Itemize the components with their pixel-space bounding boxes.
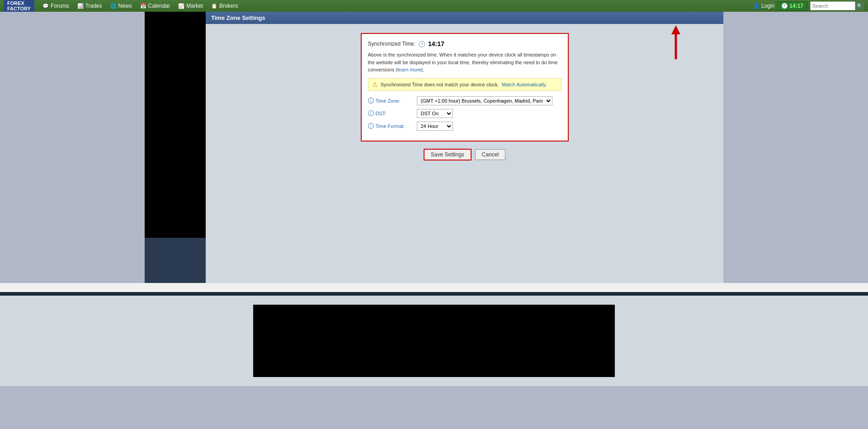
calendar-icon: 📅 [140,3,146,9]
nav-links: 💬 Forums 📊 Trades 🌐 News 📅 Calendar 📈 Ma… [39,0,753,12]
panel-header: Time Zone Settings [206,12,723,24]
sync-clock-icon: 🕐 [418,41,425,47]
panel-body: Synchronized Time: 🕐 14:17 Above is the … [206,24,723,177]
timezone-select[interactable]: (GMT -12:00 hours) International Date Li… [417,96,552,105]
page-title: Time Zone Settings [211,14,265,21]
forums-icon: 💬 [42,3,49,9]
learn-more-link[interactable]: learn more [397,67,421,72]
settings-box: Synchronized Time: 🕐 14:17 Above is the … [361,33,569,141]
bottom-divider [0,283,868,292]
sync-description: Above is the synchronized time. When it … [368,51,561,74]
time-format-row: i Time Format: 12 Hour24 Hour [368,122,561,131]
sidebar-image [145,12,206,238]
nav-trades[interactable]: 📊 Trades [74,0,106,12]
nav-calendar[interactable]: 📅 Calendar [137,0,174,12]
sidebar [145,12,206,283]
time-format-label: i Time Format: [368,123,413,129]
login-icon: 👤 [753,3,760,9]
save-settings-button[interactable]: Save Settings [424,149,472,160]
page-wrapper: Time Zone Settings Synchronized Time: 🕐 … [145,12,723,283]
search-input[interactable] [810,1,855,10]
warning-bar: ⚠ Synchronized Time does not match your … [368,78,561,91]
nav-market[interactable]: 📈 Market [175,0,207,12]
logo: FOREX FACTORY [4,0,34,12]
bottom-section [0,296,868,386]
nav-brokers[interactable]: 📋 Brokers [208,0,241,12]
news-icon: 🌐 [110,3,117,9]
timezone-label: i Time Zone: [368,98,413,104]
nav-right: 👤 Login 🕐 14:17 🔍 [753,1,864,10]
timezone-row: i Time Zone: (GMT -12:00 hours) Internat… [368,96,561,105]
sync-time-value: 14:17 [428,40,444,47]
search-icon: 🔍 [857,3,863,9]
cancel-button[interactable]: Cancel [475,149,505,160]
dst-select[interactable]: DST OnDST Off [417,109,453,118]
svg-marker-1 [671,25,680,34]
nav-forums[interactable]: 💬 Forums [39,0,73,12]
warning-icon: ⚠ [372,81,378,88]
warning-text: Synchronized Time does not match your de… [381,82,499,87]
sync-time-label: Synchronized Time: [368,41,415,47]
logo-text: FOREX FACTORY [7,0,31,11]
clock-icon: 🕐 [781,3,788,9]
time-format-info-icon[interactable]: i [368,123,374,129]
market-icon: 📈 [178,3,184,9]
search-button[interactable]: 🔍 [855,1,864,10]
time-format-select[interactable]: 12 Hour24 Hour [417,122,453,131]
button-row: Save Settings Cancel [215,141,714,168]
nav-news[interactable]: 🌐 News [107,0,136,12]
bottom-dark-bar [0,292,868,296]
login-button[interactable]: 👤 Login [753,3,774,9]
dst-info-icon[interactable]: i [368,110,374,116]
time-display: 🕐 14:17 [777,1,807,10]
dst-row: i DST: DST OnDST Off [368,109,561,118]
dst-label: i DST: [368,110,413,116]
timezone-info-icon[interactable]: i [368,98,374,104]
sync-time-row: Synchronized Time: 🕐 14:17 [368,40,561,47]
bottom-advertisement [253,305,615,377]
match-automatically-link[interactable]: Match Automatically. [502,82,547,87]
brokers-icon: 📋 [211,3,217,9]
red-arrow-indicator [669,25,683,61]
search-area: 🔍 [810,1,864,10]
navbar: FOREX FACTORY 💬 Forums 📊 Trades 🌐 News 📅… [0,0,868,12]
main-content: Time Zone Settings Synchronized Time: 🕐 … [206,12,723,283]
trades-icon: 📊 [77,3,84,9]
